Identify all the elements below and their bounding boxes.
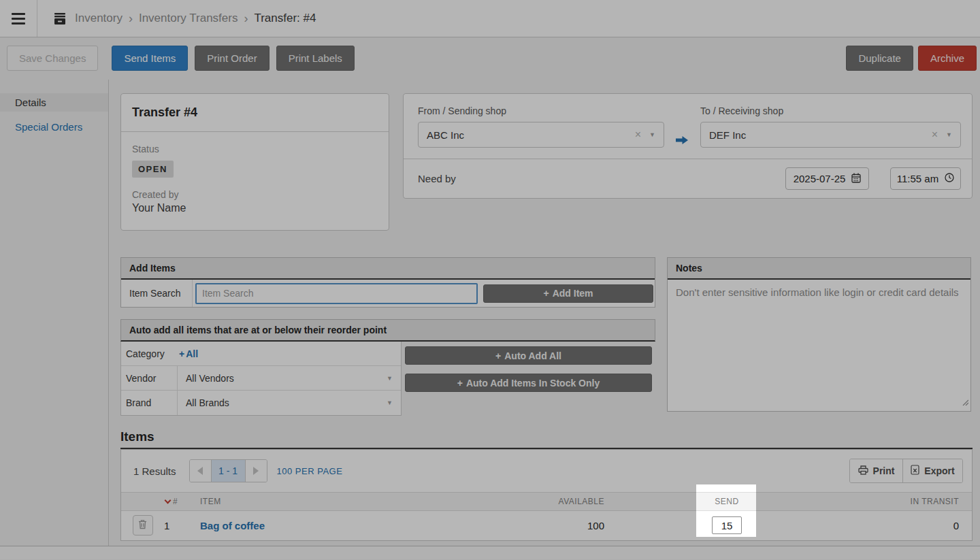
next-arrow-icon (253, 467, 259, 475)
auto-add-all-button[interactable]: + Auto Add All (405, 346, 652, 365)
hamburger-icon (12, 13, 25, 24)
clear-icon[interactable]: × (932, 129, 938, 141)
status-label: Status (132, 144, 378, 154)
chevron-down-icon[interactable]: ▼ (946, 131, 952, 138)
footer-strip (0, 546, 980, 559)
breadcrumb-inventory-transfers[interactable]: Inventory Transfers (139, 12, 238, 25)
archive-button[interactable]: Archive (918, 46, 977, 71)
calendar-icon (851, 173, 861, 185)
auto-add-filters: Category + All Vendor (120, 342, 402, 416)
resize-handle[interactable] (962, 396, 968, 409)
item-search-input[interactable] (195, 283, 478, 304)
column-in-transit[interactable]: IN TRANSIT (757, 493, 972, 511)
print-labels-button[interactable]: Print Labels (276, 46, 355, 71)
need-by-date-input[interactable]: 2025-07-25 (785, 167, 869, 190)
send-quantity-input[interactable] (712, 516, 742, 534)
brand-value: All Brands (186, 397, 229, 408)
brand-select[interactable]: All Brands ▼ (177, 391, 401, 415)
inventory-drawer-icon (53, 13, 67, 24)
items-panel: 1 Results 1 - 1 100 PER PAGE Print (120, 449, 973, 541)
need-by-time-input[interactable]: 11:55 am (890, 167, 961, 190)
brand-label: Brand (121, 397, 177, 408)
sidebar: Details Special Orders (0, 80, 109, 546)
save-changes-button[interactable]: Save Changes (7, 46, 98, 71)
item-link[interactable]: Bag of coffee (200, 520, 265, 531)
table-header-row: # ITEM AVAILABLE SEND IN TRANSIT (121, 493, 972, 511)
table-row: 1 Bag of coffee 100 0 (121, 511, 972, 540)
category-label: Category (121, 348, 177, 359)
clear-icon[interactable]: × (635, 129, 641, 141)
chevron-down-icon[interactable]: ▼ (649, 131, 655, 138)
status-badge: OPEN (132, 161, 174, 178)
chevron-down-icon: ▼ (387, 399, 393, 406)
trash-icon (138, 519, 147, 531)
add-item-button[interactable]: + Add Item (483, 284, 653, 303)
prev-page-button[interactable] (190, 460, 211, 482)
print-button[interactable]: Print (850, 459, 903, 482)
available-value: 100 (402, 511, 610, 540)
plus-icon: + (495, 350, 501, 361)
from-shop-value: ABC Inc (427, 129, 635, 141)
action-toolbar: Save Changes Send Items Print Order Prin… (0, 37, 980, 80)
export-button[interactable]: Export (903, 459, 962, 482)
notes-placeholder: Don't enter sensitive information like l… (676, 286, 959, 298)
need-by-date-value: 2025-07-25 (794, 173, 846, 184)
auto-add-in-stock-button[interactable]: + Auto Add Items In Stock Only (405, 374, 652, 392)
vendor-value: All Vendors (186, 373, 234, 384)
print-order-button[interactable]: Print Order (195, 46, 269, 71)
column-num[interactable]: # (173, 497, 178, 506)
created-by-value: Your Name (132, 202, 378, 214)
auto-add-section: Auto add all items that are at or below … (120, 319, 655, 416)
delete-item-button[interactable] (133, 515, 153, 536)
add-items-panel: Add Items Item Search + Add Item (120, 257, 655, 308)
spreadsheet-icon (911, 465, 919, 477)
page-range[interactable]: 1 - 1 (211, 460, 246, 482)
clock-icon (945, 173, 954, 184)
transfer-summary-card: Transfer #4 Status OPEN Created by Your … (120, 93, 389, 231)
chevron-down-icon: ▼ (387, 375, 393, 382)
content-area: Details Special Orders Transfer #4 Statu… (0, 80, 980, 546)
vendor-label: Vendor (121, 373, 177, 384)
need-by-time-value: 11:55 am (897, 173, 938, 184)
to-shop-field: To / Receiving shop DEF Inc × ▼ (700, 105, 961, 159)
transfer-title: Transfer #4 (121, 94, 389, 132)
breadcrumb-inventory[interactable]: Inventory (75, 12, 122, 25)
add-items-header: Add Items (121, 258, 655, 280)
main-panel: Transfer #4 Status OPEN Created by Your … (109, 80, 980, 546)
duplicate-button[interactable]: Duplicate (846, 46, 913, 71)
notes-panel: Notes Don't enter sensitive information … (667, 257, 971, 412)
to-shop-label: To / Receiving shop (700, 105, 961, 116)
notes-textarea[interactable]: Don't enter sensitive information like l… (668, 280, 970, 411)
vendor-select[interactable]: All Vendors ▼ (177, 366, 401, 390)
next-page-button[interactable] (246, 460, 267, 482)
printer-icon (858, 465, 868, 477)
transfer-arrow-icon (676, 135, 689, 148)
plus-icon: + (179, 348, 184, 359)
category-all-link[interactable]: + All (179, 348, 198, 359)
breadcrumb-separator: › (244, 12, 248, 26)
plus-icon: + (543, 288, 549, 299)
from-shop-field: From / Sending shop ABC Inc × ▼ (418, 105, 664, 159)
column-available[interactable]: AVAILABLE (402, 493, 610, 511)
created-by-label: Created by (132, 189, 378, 200)
column-send[interactable]: SEND (697, 493, 757, 511)
sort-desc-icon[interactable] (165, 497, 172, 504)
from-shop-select[interactable]: ABC Inc × ▼ (418, 122, 664, 148)
notes-header: Notes (668, 258, 970, 280)
breadcrumb: Inventory › Inventory Transfers › Transf… (53, 0, 322, 37)
per-page-link[interactable]: 100 PER PAGE (277, 466, 343, 476)
column-item[interactable]: ITEM (190, 493, 402, 511)
plus-icon: + (457, 378, 463, 389)
to-shop-select[interactable]: DEF Inc × ▼ (700, 122, 961, 148)
sidebar-item-details[interactable]: Details (0, 93, 108, 112)
sidebar-item-special-orders[interactable]: Special Orders (0, 118, 108, 136)
send-items-button[interactable]: Send Items (112, 46, 188, 71)
in-transit-value: 0 (757, 511, 972, 540)
need-by-label: Need by (418, 173, 785, 184)
row-number: 1 (164, 511, 190, 540)
top-bar: Inventory › Inventory Transfers › Transf… (0, 0, 980, 37)
breadcrumb-current-transfer: Transfer: #4 (254, 12, 316, 25)
to-shop-value: DEF Inc (709, 129, 932, 141)
pagination: 1 - 1 (189, 459, 267, 482)
menu-button[interactable] (0, 0, 37, 37)
